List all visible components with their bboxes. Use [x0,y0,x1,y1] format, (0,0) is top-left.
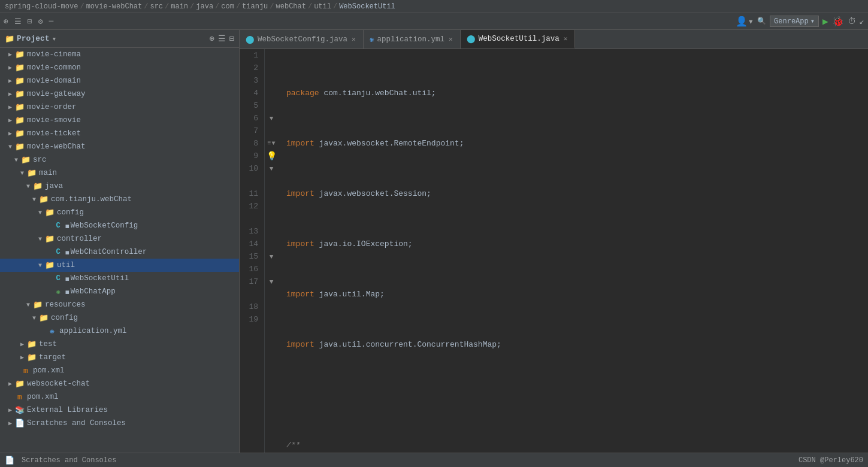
sidebar-item-movie-webchat[interactable]: ▼ 📁 movie-webChat [0,140,239,153]
sidebar-actions: ⊕ ☰ ⊟ [209,34,234,44]
bulb-icon[interactable]: 💡 [267,151,277,161]
locate-icon[interactable]: ⊕ [209,34,214,44]
sidebar-item-controller[interactable]: ▼ 📁 controller [0,232,239,245]
gutter-cell-9[interactable]: 💡 [267,150,277,162]
sync-icon[interactable]: ⊕ [4,17,8,26]
vcs-icon[interactable]: ↙ [860,16,864,26]
sidebar-item-target[interactable]: ▶ 📁 target [0,351,239,364]
toolbar-right: 👤▾ 🔍 GenreApp ▾ ▶ 🐞 ⏱ ↙ [736,16,864,28]
app-selector[interactable]: GenreApp ▾ [770,16,819,27]
sidebar-item-config-resources[interactable]: ▼ 📁 config [0,311,239,325]
layout-icon[interactable]: ⊟ [28,17,32,26]
sidebar-item-websocket-chat[interactable]: ▶ 📁 websocket-chat [0,377,239,390]
user-icon[interactable]: 👤▾ [736,16,754,28]
line-numbers: 1 2 3 4 5 6 7 8 9 10 - 11 12 - 13 14 15 … [240,49,265,453]
sidebar-item-movie-gateway[interactable]: ▶ 📁 movie-gateway [0,87,239,101]
arrow-icon: ▶ [6,130,14,137]
fold-icon[interactable]: ▼ [270,278,274,286]
sidebar-item-external-libraries[interactable]: ▶ 📚 External Libraries [0,404,239,417]
sidebar-item-src[interactable]: ▼ 📁 src [0,153,239,166]
options-icon[interactable]: ⊟ [229,34,234,44]
sidebar-item-main[interactable]: ▼ 📁 main [0,166,239,180]
breadcrumb-item[interactable]: WebSocketUtil [339,2,395,11]
sidebar-item-scratches[interactable]: ▶ 📄 Scratches and Consoles [0,417,239,430]
arrow-icon: ▶ [6,90,14,98]
profile-icon[interactable]: ⏱ [848,17,856,26]
tab-applicationyml[interactable]: ❋ application.yml ✕ [364,30,461,48]
sidebar-item-movie-ticket[interactable]: ▶ 📁 movie-ticket [0,127,239,140]
sidebar-item-movie-common[interactable]: ▶ 📁 movie-common [0,61,239,74]
fold-icon[interactable]: ▼ [270,115,274,122]
sidebar-item-pom-webchat[interactable]: ▶ m pom.xml [0,364,239,377]
tab-bar: ⬤ WebSocketConfig.java ✕ ❋ application.y… [240,30,868,49]
collapse-icon[interactable]: ☰ [14,17,22,26]
collapse-all-icon[interactable]: ☰ [218,34,226,44]
gutter-cell-8[interactable]: ≡ ▼ [267,137,275,150]
sidebar-item-websocketutil[interactable]: ▶ C ◼ WebSocketUtil [0,272,239,285]
sidebar-item-pom-root[interactable]: ▶ m pom.xml [0,390,239,404]
sidebar-item-test[interactable]: ▶ 📁 test [0,338,239,351]
run-icon[interactable]: ▶ [822,16,828,28]
breadcrumb-item[interactable]: util [314,2,331,11]
sidebar-item-webchatapp[interactable]: ▶ ❋ ◼ WebChatApp [0,285,239,298]
breadcrumb-item[interactable]: src [150,2,163,11]
search-icon[interactable]: 🔍 [757,17,766,26]
sidebar-title: 📁 Project ▾ [5,34,56,44]
gutter: ▼ ≡ ▼ 💡 ▼ [265,49,278,453]
minus-icon[interactable]: ─ [49,17,53,26]
breadcrumb-item[interactable]: com [221,2,234,11]
main-layout: 📁 Project ▾ ⊕ ☰ ⊟ ▶ 📁 movie-cinema ▶ [0,30,868,453]
breadcrumb-item[interactable]: movie-webChat [86,2,143,11]
arrow-icon: ▶ [6,51,14,58]
breadcrumb-item[interactable]: webChat [276,2,306,11]
sidebar-item-config[interactable]: ▼ 📁 config [0,206,239,219]
gutter-cell-10[interactable]: ▼ [270,162,274,175]
sidebar-item-applicationyml[interactable]: ▶ ❋ application.yml [0,325,239,338]
arrow-icon: ▶ [6,77,14,84]
sidebar-item-java[interactable]: ▼ 📁 java [0,180,239,193]
sidebar-item-movie-order[interactable]: ▶ 📁 movie-order [0,101,239,114]
sidebar-item-webchatcontroller[interactable]: ▶ C ◼ WebChatController [0,245,239,259]
toolbar-left: ⊕ ☰ ⊟ ⚙ ─ [4,17,53,26]
fold-icon[interactable]: ▼ [270,253,274,260]
chevron-down-icon: ▾ [52,34,57,44]
fold-icon[interactable]: ▼ [270,165,274,172]
sidebar-item-websocketconfig[interactable]: ▶ C ◼ WebSocketConfig [0,219,239,232]
gutter-cell-15[interactable]: ▼ [270,250,274,263]
sidebar-item-movie-smovie[interactable]: ▶ 📁 movie-smovie [0,114,239,127]
sidebar-item-com-tianju[interactable]: ▼ 📁 com.tianju.webChat [0,193,239,206]
sidebar-item-movie-domain[interactable]: ▶ 📁 movie-domain [0,74,239,87]
sidebar-item-resources[interactable]: ▼ 📁 resources [0,298,239,311]
fold-icon[interactable]: ≡ [267,140,271,147]
editor-area: ⬤ WebSocketConfig.java ✕ ❋ application.y… [240,30,868,453]
sidebar-item-util[interactable]: ▼ 📁 util [0,259,239,272]
code-editor[interactable]: 1 2 3 4 5 6 7 8 9 10 - 11 12 - 13 14 15 … [240,49,868,453]
code-line-1: package com.tianju.webChat.util; [286,87,868,99]
folder-icon: 📁 [14,102,25,112]
fold-icon-2[interactable]: ▼ [272,140,276,147]
breadcrumb-item[interactable]: spring-cloud-move [5,2,78,11]
breadcrumb-item[interactable]: tianju [242,2,268,11]
settings-icon[interactable]: ⚙ [38,17,43,26]
folder-icon: 📁 [38,195,49,204]
code-line-4: import java.io.IOException; [286,238,868,250]
breadcrumb-item[interactable]: main [171,2,188,11]
close-button[interactable]: ✕ [562,35,569,43]
scratch-icon: 📄 [14,419,25,428]
arrow-icon: ▼ [30,196,38,203]
folder-icon: 📁 [32,300,43,310]
tab-websocketconfig[interactable]: ⬤ WebSocketConfig.java ✕ [240,30,364,48]
gutter-cell-17[interactable]: ▼ [270,275,274,288]
gutter-cell-6[interactable]: ▼ [270,112,274,125]
folder-icon: 📁 [44,234,55,244]
breadcrumb-item[interactable]: java [196,2,213,11]
arrow-icon: ▶ [6,64,14,71]
close-button[interactable]: ✕ [350,35,357,43]
debug-icon[interactable]: 🐞 [832,16,844,28]
close-button[interactable]: ✕ [447,35,454,43]
tab-websocketutil[interactable]: ⬤ WebSocketUtil.java ✕ [461,30,576,48]
sidebar-item-movie-cinema[interactable]: ▶ 📁 movie-cinema [0,48,239,61]
arrow-icon: ▶ [18,341,26,348]
code-content[interactable]: package com.tianju.webChat.util; import … [278,49,868,453]
arrow-icon: ▶ [6,407,14,414]
